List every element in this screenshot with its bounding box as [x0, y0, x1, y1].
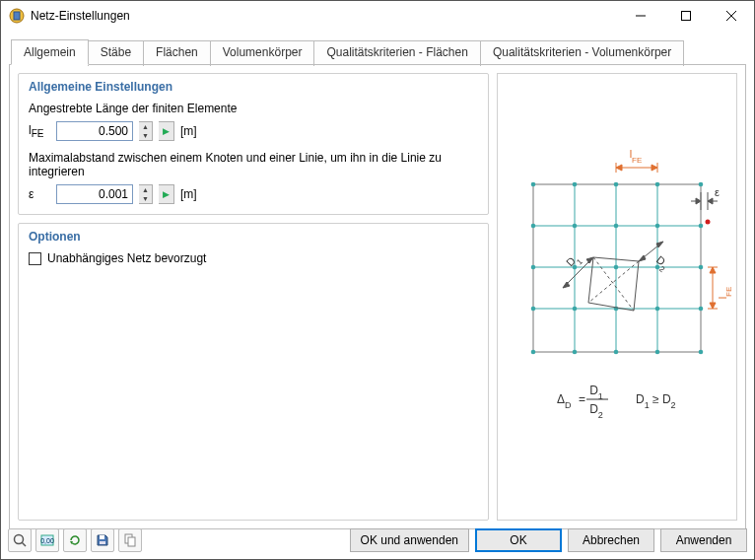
apply-button[interactable]: Anwenden	[660, 528, 747, 552]
group-options: Optionen Unabhängiges Netz bevorzugt	[18, 223, 489, 521]
toolbar-copy-button[interactable]	[118, 528, 142, 552]
close-button[interactable]	[709, 1, 754, 31]
svg-text:D2: D2	[589, 402, 603, 420]
tab-flaechen[interactable]: Flächen	[143, 40, 211, 66]
svg-line-57	[593, 257, 634, 311]
tab-qualitaet-flaechen[interactable]: Qualitätskriterien - Flächen	[313, 40, 480, 66]
tab-volumenkoerper[interactable]: Volumenkörper	[210, 40, 315, 66]
svg-text:lFE: lFE	[630, 148, 643, 165]
svg-point-54	[655, 350, 660, 355]
apply-lfe-button[interactable]: ▶	[159, 121, 174, 141]
svg-text:D1 ≥ D2: D1 ≥ D2	[636, 392, 676, 410]
svg-text:ΔD: ΔD	[557, 392, 572, 410]
svg-point-31	[531, 182, 536, 187]
svg-marker-64	[639, 255, 646, 261]
input-lfe[interactable]	[56, 121, 133, 141]
symbol-lfe: lFE	[29, 123, 50, 139]
cancel-button[interactable]: Abbrechen	[568, 528, 654, 552]
svg-point-49	[655, 307, 660, 312]
spinner-lfe[interactable]: ▲▼	[139, 121, 153, 141]
tab-qualitaet-volumen[interactable]: Qualitätskriterien - Volumenkörper	[480, 40, 684, 66]
tab-staebe[interactable]: Stäbe	[88, 40, 144, 66]
svg-point-45	[699, 265, 704, 270]
minimize-button[interactable]	[618, 1, 663, 31]
svg-marker-10	[652, 165, 657, 171]
ok-button[interactable]: OK	[475, 528, 562, 552]
svg-point-36	[531, 224, 536, 229]
svg-point-38	[614, 224, 619, 229]
svg-point-40	[699, 224, 704, 229]
label-target-length: Angestrebte Länge der finiten Elemente	[29, 102, 478, 115]
toolbar-search-button[interactable]	[8, 528, 32, 552]
decimal-icon: 0,00	[39, 532, 55, 548]
symbol-epsilon: ε	[29, 187, 50, 201]
group-title-options: Optionen	[29, 230, 478, 244]
apply-epsilon-button[interactable]: ▶	[159, 184, 174, 204]
checkbox-independent-mesh[interactable]	[29, 252, 41, 265]
svg-point-34	[655, 182, 660, 187]
svg-text:D1: D1	[589, 384, 603, 401]
input-epsilon[interactable]	[56, 184, 133, 204]
label-max-distance: Maximalabstand zwischen einem Knoten und…	[29, 151, 478, 178]
mesh-diagram: lFE lFE	[498, 74, 736, 520]
svg-line-74	[22, 542, 26, 546]
toolbar-units-button[interactable]: 0,00	[35, 528, 59, 552]
svg-text:0,00: 0,00	[40, 537, 54, 544]
maximize-button[interactable]	[663, 1, 709, 31]
svg-point-51	[531, 350, 536, 355]
chevron-up-icon: ▲	[139, 122, 152, 131]
svg-marker-16	[710, 303, 716, 309]
svg-marker-23	[708, 198, 713, 204]
group-general-settings: Allgemeine Einstellungen Angestrebte Län…	[18, 73, 489, 215]
chevron-down-icon: ▼	[139, 131, 152, 140]
svg-marker-21	[696, 198, 701, 204]
svg-rect-3	[682, 12, 691, 21]
chevron-up-icon: ▲	[139, 185, 152, 194]
svg-marker-9	[616, 165, 622, 171]
svg-text:lFE: lFE	[717, 287, 733, 300]
tabstrip: Allgemein Stäbe Flächen Volumenkörper Qu…	[11, 38, 746, 64]
svg-point-39	[655, 224, 660, 229]
diagram-outlier-node	[706, 220, 711, 225]
search-icon	[12, 532, 28, 548]
unit-lfe: [m]	[180, 124, 197, 138]
window-title: Netz-Einstellungen	[31, 9, 618, 23]
svg-rect-78	[100, 535, 104, 539]
unit-epsilon: [m]	[180, 187, 197, 201]
svg-point-53	[614, 350, 619, 355]
svg-rect-1	[14, 12, 20, 20]
svg-rect-79	[100, 541, 105, 544]
copy-icon	[122, 532, 138, 548]
svg-point-33	[614, 182, 619, 187]
diagram-epsilon-label: ε	[715, 186, 720, 198]
svg-point-32	[573, 182, 578, 187]
titlebar: Netz-Einstellungen	[1, 1, 754, 31]
toolbar-refresh-button[interactable]	[63, 528, 87, 552]
chevron-down-icon: ▼	[139, 194, 152, 203]
tab-allgemein[interactable]: Allgemein	[11, 39, 89, 65]
svg-marker-61	[563, 282, 570, 288]
checkbox-label-independent-mesh: Unabhängiges Netz bevorzugt	[47, 251, 206, 265]
svg-point-43	[614, 265, 619, 270]
group-title-general: Allgemeine Einstellungen	[29, 80, 478, 94]
svg-text:D2: D2	[652, 253, 671, 274]
diagram-panel: lFE lFE	[497, 73, 737, 521]
refresh-icon	[67, 532, 83, 548]
app-icon	[9, 8, 25, 24]
ok-and-apply-button[interactable]: OK und anwenden	[350, 528, 469, 552]
play-icon: ▶	[163, 189, 170, 199]
svg-text:=: =	[579, 392, 585, 406]
svg-point-52	[573, 350, 578, 355]
svg-marker-56	[588, 257, 639, 311]
save-icon	[95, 532, 110, 548]
svg-point-55	[699, 350, 704, 355]
play-icon: ▶	[163, 126, 170, 136]
spinner-epsilon[interactable]: ▲▼	[139, 184, 153, 204]
svg-marker-15	[710, 267, 716, 273]
svg-rect-81	[128, 537, 135, 546]
svg-point-35	[699, 182, 704, 187]
svg-point-47	[573, 307, 578, 312]
svg-point-37	[573, 224, 578, 229]
svg-point-41	[531, 265, 536, 270]
toolbar-save-button[interactable]	[91, 528, 114, 552]
